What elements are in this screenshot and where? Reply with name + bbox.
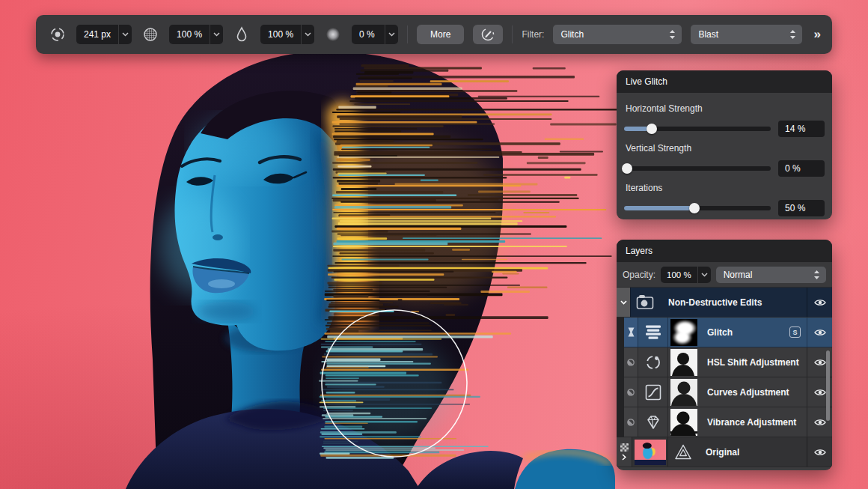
layer-row-original[interactable]: Original (617, 437, 832, 467)
toolbar-separator (407, 25, 408, 43)
layer-name-wrap[interactable]: Glitch S (699, 318, 807, 347)
layer-name[interactable]: Vibrance Adjustment (699, 407, 807, 437)
layer-row-vibrance[interactable]: Vibrance Adjustment (624, 407, 832, 437)
updown-arrows-icon (789, 29, 796, 40)
layer-gutter[interactable] (617, 437, 632, 467)
updown-arrows-icon (813, 270, 820, 280)
vertical-strength-label: Vertical Strength (626, 143, 825, 154)
brush-hardness-icon (323, 25, 343, 44)
blend-mode-select[interactable]: Normal (716, 267, 826, 283)
brush-opacity-value[interactable]: 100 % (169, 25, 210, 44)
layers-scrollbar[interactable] (826, 350, 830, 421)
brush-settings-button[interactable] (473, 25, 503, 44)
hsl-adjustment-icon (638, 347, 667, 377)
smart-filter-badge: S (789, 326, 801, 338)
slider-thumb[interactable] (647, 124, 657, 134)
half-circle-icon (627, 419, 635, 426)
layers-list: Non-Destructive Edits Glitch S (617, 288, 832, 467)
filter-label: Filter: (522, 29, 544, 40)
layer-row-non-destructive-edits[interactable]: Non-Destructive Edits (617, 288, 832, 318)
half-circle-icon (627, 389, 635, 396)
vertical-strength-slider[interactable] (624, 161, 771, 176)
layer-row-curves[interactable]: Curves Adjustment (624, 377, 832, 407)
vibrance-adjustment-icon (638, 407, 667, 437)
eye-icon (814, 298, 826, 307)
chevron-down-icon[interactable] (301, 25, 314, 44)
visibility-toggle[interactable] (807, 288, 832, 317)
eye-icon (814, 418, 826, 427)
adjustment-indicator (624, 347, 638, 377)
eye-icon (814, 448, 826, 457)
iterations-value[interactable]: 50 % (778, 200, 825, 216)
layer-row-hsl-shift[interactable]: HSL Shift Adjustment (624, 347, 832, 377)
transparency-checker-icon (620, 443, 629, 452)
brush-width-input[interactable]: 241 px (76, 25, 132, 44)
layer-name[interactable]: Original (697, 437, 807, 467)
horizontal-strength-label: Horizontal Strength (626, 103, 825, 114)
layer-mask-thumbnail[interactable] (667, 347, 699, 377)
app-window: 241 px 100 % 100 % 0 % (0, 0, 868, 489)
layer-thumbnail[interactable] (632, 437, 667, 467)
group-layer-icon (630, 288, 660, 317)
eye-icon (814, 358, 826, 367)
brush-flow-icon (232, 25, 251, 44)
vertical-strength-value[interactable]: 0 % (778, 160, 825, 177)
brush-opacity-input[interactable]: 100 % (169, 25, 223, 44)
toolbar-overflow-button[interactable]: » (814, 27, 820, 42)
brush-width-value[interactable]: 241 px (76, 25, 118, 44)
curves-adjustment-icon (638, 377, 667, 407)
brush-width-icon (48, 25, 67, 44)
adjustment-indicator (624, 377, 638, 407)
filter-type-value: Blast (698, 29, 718, 40)
live-glitch-panel: Live Glitch Horizontal Strength 14 % Ver… (617, 70, 832, 219)
blend-mode-value: Normal (724, 270, 753, 280)
opacity-label: Opacity: (623, 270, 655, 280)
layer-mask-thumbnail[interactable] (667, 318, 699, 347)
brush-hardness-value[interactable]: 0 % (352, 25, 385, 44)
half-circle-icon (627, 359, 635, 366)
adjustment-indicator (624, 407, 638, 437)
layer-name[interactable]: HSL Shift Adjustment (699, 347, 807, 377)
layer-row-glitch[interactable]: Glitch S (624, 318, 832, 347)
layer-mask-thumbnail[interactable] (667, 407, 699, 437)
iterations-label: Iterations (626, 183, 825, 193)
layer-mask-thumbnail[interactable] (667, 377, 699, 407)
layer-opacity-input[interactable]: 100 % (661, 267, 711, 283)
image-layer-icon (667, 437, 697, 467)
horizontal-strength-value[interactable]: 14 % (778, 121, 825, 137)
brush-flow-value[interactable]: 100 % (260, 25, 301, 44)
slider-thumb[interactable] (622, 163, 632, 174)
live-filter-icon (638, 318, 667, 347)
layer-name[interactable]: Glitch (707, 327, 733, 338)
brush-flow-input[interactable]: 100 % (260, 25, 314, 44)
brush-opacity-icon (141, 25, 160, 44)
layer-name[interactable]: Non-Destructive Edits (660, 288, 807, 317)
chevron-right-icon (622, 454, 626, 461)
eye-icon (814, 388, 826, 397)
live-glitch-panel-title: Live Glitch (617, 70, 832, 93)
chevron-down-icon[interactable] (385, 25, 398, 44)
iterations-slider[interactable] (624, 201, 771, 216)
brush-hardness-input[interactable]: 0 % (352, 25, 398, 44)
chevron-down-icon[interactable] (697, 267, 711, 283)
hourglass-icon (628, 327, 635, 337)
layers-panel: Layers Opacity: 100 % Normal Non-De (617, 240, 832, 470)
chevron-down-icon[interactable] (210, 25, 223, 44)
slider-thumb[interactable] (689, 203, 700, 213)
visibility-toggle[interactable] (807, 437, 832, 467)
group-expand-toggle[interactable] (617, 288, 630, 317)
horizontal-strength-slider[interactable] (624, 121, 771, 136)
chevron-down-icon[interactable] (118, 25, 132, 44)
layer-opacity-value[interactable]: 100 % (661, 267, 697, 283)
visibility-toggle[interactable] (807, 318, 832, 347)
updown-arrows-icon (669, 29, 676, 40)
context-toolbar: 241 px 100 % 100 % 0 % (36, 15, 832, 54)
filter-select[interactable]: Glitch (553, 25, 682, 44)
layers-panel-title: Layers (617, 240, 832, 262)
eye-icon (814, 328, 826, 337)
filter-type-select[interactable]: Blast (691, 25, 801, 44)
edit-indicator (624, 318, 638, 347)
layer-name[interactable]: Curves Adjustment (699, 377, 807, 407)
more-button[interactable]: More (417, 25, 464, 44)
filter-select-value: Glitch (560, 29, 584, 40)
